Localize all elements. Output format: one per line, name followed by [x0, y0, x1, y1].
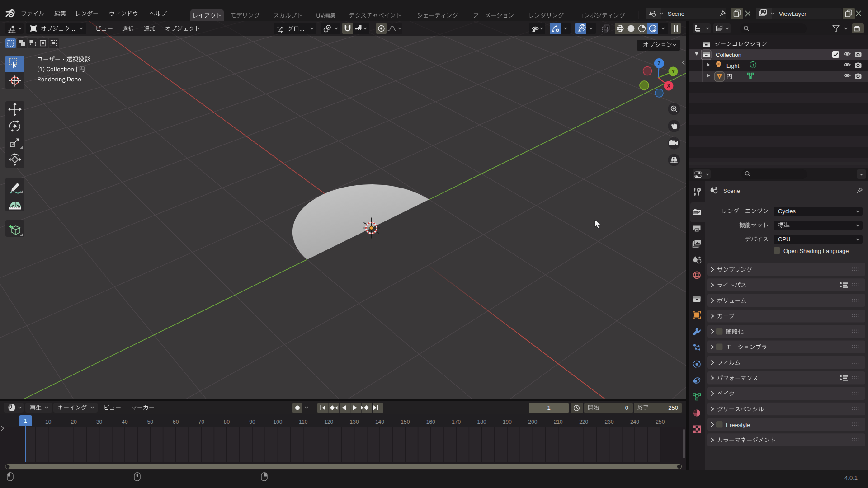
svg-text:ViewLayer: ViewLayer	[779, 10, 807, 17]
svg-text:4.0.1: 4.0.1	[844, 474, 858, 481]
svg-text:60: 60	[173, 419, 179, 425]
svg-text:220: 220	[579, 419, 588, 425]
svg-text:130: 130	[350, 419, 359, 425]
svg-text:240: 240	[630, 419, 639, 425]
svg-text:0: 0	[625, 404, 628, 411]
svg-text:160: 160	[426, 419, 435, 425]
svg-text:210: 210	[554, 419, 563, 425]
svg-text:Y: Y	[671, 69, 675, 74]
svg-text:CPU: CPU	[778, 236, 790, 243]
svg-text:230: 230	[605, 419, 614, 425]
svg-text:Scene: Scene	[668, 10, 684, 17]
svg-text:120: 120	[324, 419, 333, 425]
svg-text:Freestyle: Freestyle	[726, 422, 750, 428]
svg-text:Open Shading Language: Open Shading Language	[783, 248, 849, 254]
svg-text:Scene: Scene	[723, 188, 740, 194]
svg-text:100: 100	[273, 419, 282, 425]
svg-text:250: 250	[656, 419, 665, 425]
svg-text:190: 190	[503, 419, 512, 425]
svg-text:Light: Light	[726, 62, 740, 69]
svg-text:50: 50	[147, 419, 154, 425]
svg-text:X: X	[667, 83, 670, 89]
svg-text:10: 10	[45, 419, 52, 425]
svg-text:180: 180	[477, 419, 486, 425]
svg-text:40: 40	[122, 419, 128, 425]
svg-text:Z: Z	[658, 61, 661, 66]
svg-text:20: 20	[71, 419, 77, 425]
svg-text:30: 30	[96, 419, 103, 425]
svg-text:200: 200	[528, 419, 537, 425]
svg-text:1: 1	[24, 418, 27, 424]
svg-text:70: 70	[198, 419, 204, 425]
svg-text:90: 90	[249, 419, 255, 425]
svg-text:Collection: Collection	[716, 52, 741, 58]
svg-text:140: 140	[375, 419, 384, 425]
svg-text:80: 80	[224, 419, 230, 425]
svg-text:170: 170	[452, 419, 461, 425]
svg-text:Cycles: Cycles	[778, 208, 796, 215]
svg-text:1: 1	[547, 404, 550, 411]
svg-text:110: 110	[299, 419, 307, 425]
svg-text:250: 250	[668, 404, 678, 411]
svg-text:150: 150	[401, 419, 410, 425]
